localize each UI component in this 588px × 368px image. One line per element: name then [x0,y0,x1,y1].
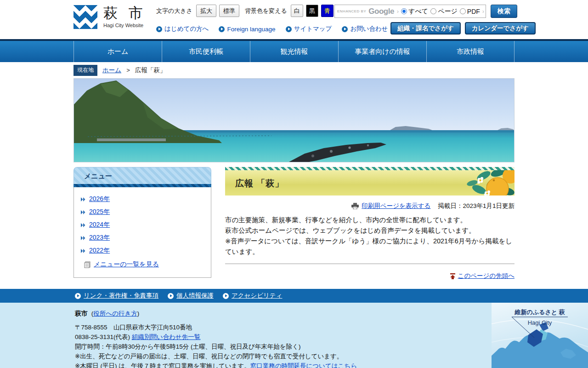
first-time-visitors-link[interactable]: はじめての方へ [156,25,209,33]
arrow-circle-icon [286,26,292,32]
nav-citizen-handbook[interactable]: 市民便利帳 [162,41,250,62]
menu-view-all-link[interactable]: メニューの一覧を見る [94,260,159,269]
arrow-circle-icon [75,293,81,299]
header-quick-links: はじめての方へ Foreign language サイトマップ お問い合わせ [156,25,388,33]
hagi-location-map: 維新のふるさと 萩 Hagi City [492,303,588,368]
search-by-calendar-button[interactable]: カレンダーでさがす [465,22,536,34]
back-to-top-row: このページの先頭へ [225,272,514,280]
foreign-language-link[interactable]: Foreign language [219,25,275,33]
bg-black-button[interactable]: 黒 [306,5,318,17]
site-search-box[interactable]: ENHANCED BY Google › すべて ページ PDF › [334,5,486,18]
search-scope-page-radio[interactable]: ページ [430,7,458,16]
print-row: 印刷用ページを表示する 掲載日：2023年1月1日更新 [225,202,514,210]
arrow-circle-icon [223,293,229,299]
map-label-en: Hagi City [528,319,552,326]
arrow-circle-icon [156,26,162,32]
arrow-circle-icon [168,293,174,299]
publish-date: 掲載日：2023年1月1日更新 [438,202,514,210]
back-to-top-link[interactable]: このページの先頭へ [458,272,514,280]
double-arrow-icon [81,236,86,240]
list-item: 2022年 [81,244,206,257]
site-header: 萩 市 Hagi City Website 文字の大きさ 拡大 標準 背景色を変… [0,0,588,39]
breadcrumb: 現在地 ホーム > 広報「萩」 [74,62,588,78]
breadcrumb-current-page: 広報「萩」 [135,66,166,75]
site-footer: 萩市 (役所への行き方) 〒758-8555 山口県萩市大字江向510番地 08… [0,303,588,368]
document-icon [84,261,90,268]
main-content: 広報 「萩」 [225,167,514,289]
radio-unchecked-icon [430,8,436,14]
arrow-circle-icon [342,26,348,32]
search-by-organization-button[interactable]: 組織・課名でさがす [390,22,461,34]
menu-year-2026-link[interactable]: 2026年 [89,195,110,203]
current-location-badge: 現在地 [74,65,97,76]
main-area: メニュー 2026年 2025年 2024年 2023年 2022年 [74,162,514,289]
site-title: 萩 市 [103,5,147,22]
nav-tourism-info[interactable]: 観光情報 [250,41,338,62]
double-arrow-icon [81,223,86,227]
contact-list-link[interactable]: 組織別問い合わせ先一覧 [132,334,200,340]
paragraph: ※音声データについては、音訳サークル「ゆう」様のご協力により、2021年6月号か… [225,236,514,257]
window-hours-link[interactable]: 窓口業務の時間延長についてはこちら [250,362,357,368]
site-subtitle: Hagi City Website [103,23,147,28]
site-logo[interactable]: 萩 市 Hagi City Website [74,5,147,29]
nav-home[interactable]: ホーム [74,41,162,62]
footer-map: 維新のふるさと 萩 Hagi City [492,303,588,368]
menu-year-2022-link[interactable]: 2022年 [89,247,110,255]
double-arrow-icon [81,249,86,253]
arrow-circle-icon [219,26,225,32]
chevron-right-icon: › [482,8,484,15]
contact-link[interactable]: お問い合わせ [342,25,388,33]
sea-island-landscape [74,79,514,162]
footer-copyright-link[interactable]: リンク・著作権・免責事項 [75,292,158,300]
list-item: メニューの一覧を見る [81,258,206,271]
search-scope-pdf-radio[interactable]: PDF [460,8,480,15]
hero-photo [74,78,514,162]
chevron-right-icon: › [397,8,399,15]
list-item: 2026年 [81,193,206,206]
double-arrow-icon [81,197,86,201]
footer-privacy-link[interactable]: 個人情報保護 [168,292,214,300]
menu-title: メニュー [84,172,112,180]
map-label-jp: 維新のふるさと 萩 [514,309,565,316]
bg-white-button[interactable]: 白 [291,5,303,17]
print-page-link[interactable]: 印刷用ページを表示する [362,202,430,210]
menu-year-2023-link[interactable]: 2023年 [89,234,110,242]
hagi-diamond-logo-icon [74,5,97,29]
breadcrumb-home-link[interactable]: ホーム [102,66,121,75]
footer-city-name: 萩市 [75,310,88,317]
bg-blue-button[interactable]: 青 [321,5,334,17]
bg-color-label: 背景色を変える [245,7,287,15]
list-item: 2024年 [81,218,206,231]
sitemap-link[interactable]: サイトマップ [286,25,332,33]
page-title-bar: 広報 「萩」 [225,170,514,196]
enhanced-by-label: ENHANCED BY [337,9,366,13]
title-stripe-border [225,167,514,170]
printer-icon [351,203,359,209]
menu-year-2025-link[interactable]: 2025年 [89,208,110,216]
google-logo: Google [368,7,394,16]
menu-header: メニュー [74,167,211,184]
footer-accessibility-link[interactable]: アクセシビリティ [223,292,283,300]
back-to-top-icon [450,273,456,279]
menu-divider [74,184,211,187]
directions-link[interactable]: 役所への行き方 [93,310,137,317]
paragraph: 市の主要施策、新規事業、行事などを紹介し、市内の全世帯に配布しています。 [225,215,514,225]
menu-year-2024-link[interactable]: 2024年 [89,221,110,229]
text-size-label: 文字の大きさ [156,7,192,15]
list-item: 2025年 [81,206,206,218]
accessibility-toolbar: 文字の大きさ 拡大 標準 背景色を変える 白 黒 青 [156,5,334,17]
nav-city-administration[interactable]: 市政情報 [426,41,514,62]
double-arrow-icon [81,210,86,214]
radio-checked-icon [401,8,407,14]
paragraph: 萩市公式ホームページでは、ウェブブックをはじめ音声データを掲載しています。 [225,225,514,236]
breadcrumb-separator: > [126,67,130,74]
nav-business-info[interactable]: 事業者向けの情報 [338,41,426,62]
search-button[interactable]: 検索 [491,5,517,18]
search-scope-all-radio[interactable]: すべて [401,7,428,16]
citrus-illustration [425,170,514,196]
main-nav: ホーム 市民便利帳 観光情報 事業者向けの情報 市政情報 [0,39,588,62]
footer-linkbar: リンク・著作権・免責事項 個人情報保護 アクセシビリティ [0,289,588,303]
text-size-standard-button[interactable]: 標準 [219,5,239,17]
text-size-enlarge-button[interactable]: 拡大 [196,5,216,17]
content-divider [225,264,514,264]
